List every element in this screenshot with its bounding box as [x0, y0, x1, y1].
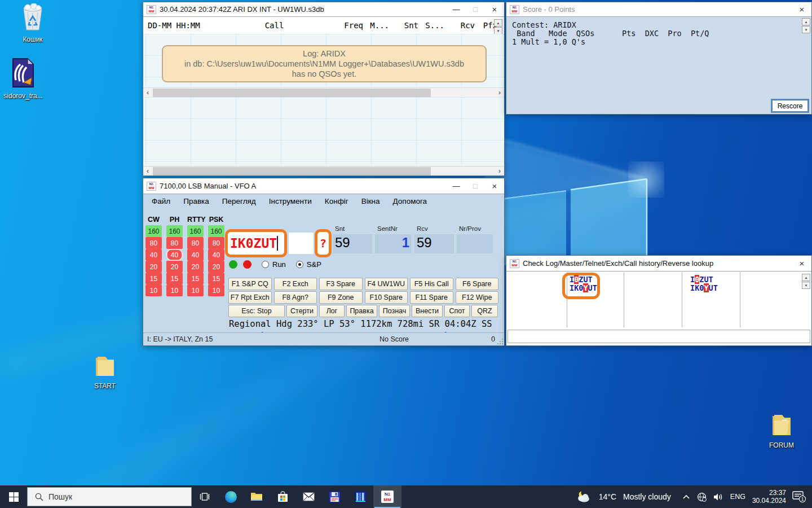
weather-description[interactable]: Mostly cloudy	[620, 485, 679, 508]
maximize-button[interactable]: □	[466, 179, 485, 193]
scroll-right-icon[interactable]: ›	[495, 89, 504, 97]
scroll-right-icon[interactable]: ›	[495, 167, 504, 175]
band-button-PH-15[interactable]: 15	[166, 273, 183, 284]
desktop-icon-sidorov-file[interactable]: sidorov_tra...	[2, 58, 45, 100]
close-button[interactable]: ×	[792, 2, 811, 16]
band-button-PH-80[interactable]: 80	[166, 237, 183, 249]
band-button-PSK-10[interactable]: 10	[208, 284, 224, 296]
function-key-button[interactable]: F9 Zone	[319, 291, 363, 304]
taskbar-n1mm-button[interactable]: N1MM	[373, 485, 401, 508]
band-button-RTTY-160[interactable]: 160	[187, 225, 204, 237]
band-button-CW-15[interactable]: 15	[145, 273, 162, 284]
taskbar-mail-button[interactable]	[295, 485, 321, 508]
check-callsign[interactable]: I0ZUT	[570, 275, 597, 284]
band-button-PSK-20[interactable]: 20	[208, 261, 224, 273]
function-key-button[interactable]: Esc: Stop	[228, 305, 285, 317]
band-button-CW-10[interactable]: 10	[145, 284, 162, 296]
minimize-button[interactable]: —	[447, 2, 466, 16]
band-button-PH-40[interactable]: 40	[166, 249, 183, 261]
function-key-button[interactable]: F11 Spare	[410, 291, 453, 304]
function-key-button[interactable]: F3 Spare	[319, 278, 363, 290]
function-key-button[interactable]: F1 S&P CQ	[228, 278, 272, 290]
band-button-CW-160[interactable]: 160	[145, 225, 162, 237]
log-column-header[interactable]: DD-MM HH:MM	[143, 21, 228, 30]
band-button-CW-80[interactable]: 80	[145, 237, 162, 249]
spin-down-icon[interactable]: ▼	[802, 282, 810, 289]
help-button[interactable]: ?	[315, 229, 332, 257]
band-button-RTTY-20[interactable]: 20	[187, 261, 204, 273]
menu-item[interactable]: Конфіг	[325, 197, 348, 205]
log-hscrollbar-upper[interactable]: ‹ ›	[143, 87, 504, 97]
function-key-button[interactable]: Познач	[379, 305, 410, 317]
log-column-header[interactable]: S...	[418, 21, 444, 30]
band-button-PSK-160[interactable]: 160	[208, 225, 224, 237]
weather-temperature[interactable]: 14°C	[595, 485, 620, 508]
check-window-titlebar[interactable]: N1MM Check Log/Master/Telnet/Exch/Call h…	[506, 256, 811, 271]
scroll-left-icon[interactable]: ‹	[143, 167, 152, 175]
menu-item[interactable]: Інструменти	[269, 197, 312, 205]
function-key-button[interactable]: F7 Rpt Exch	[228, 291, 272, 304]
log-column-header[interactable]: Call	[228, 21, 321, 30]
function-key-button[interactable]: F6 Spare	[456, 278, 499, 290]
sp-radio[interactable]	[296, 261, 303, 268]
search-input[interactable]: Пошук	[27, 487, 192, 506]
log-column-header[interactable]: M...	[363, 21, 389, 30]
weather-widget[interactable]	[573, 485, 595, 508]
entry-window-titlebar[interactable]: N1MM 7100,00 LSB Manual - VFO A — □ ×	[143, 178, 504, 194]
function-key-button[interactable]: Внести	[412, 305, 443, 317]
function-key-button[interactable]: QRZ	[471, 305, 498, 317]
callsign-input[interactable]: IK0ZUT	[225, 229, 287, 257]
band-button-RTTY-15[interactable]: 15	[187, 273, 204, 284]
log-column-header[interactable]: Freq	[321, 21, 363, 30]
desktop-icon-start-folder[interactable]: START	[83, 354, 126, 390]
log-column-header[interactable]: Rcv	[444, 21, 475, 30]
minimize-button[interactable]: —	[447, 179, 466, 193]
menu-item[interactable]: Вікна	[361, 197, 380, 205]
function-key-button[interactable]: F12 Wipe	[456, 291, 499, 304]
band-button-PH-20[interactable]: 20	[166, 261, 183, 273]
function-key-button[interactable]: F2 Exch	[274, 278, 317, 290]
start-button[interactable]	[0, 485, 27, 508]
tray-overflow-button[interactable]	[679, 485, 694, 508]
band-button-RTTY-40[interactable]: 40	[187, 249, 204, 261]
spin-up-icon[interactable]: ▲	[802, 18, 810, 25]
band-button-PSK-15[interactable]: 15	[208, 273, 224, 284]
network-button[interactable]	[694, 485, 710, 508]
desktop-icon-recycle-bin[interactable]: Кошик	[11, 3, 54, 43]
language-indicator[interactable]: ENG	[727, 485, 749, 508]
snt-field[interactable]: 59	[333, 234, 372, 253]
band-button-PH-160[interactable]: 160	[166, 225, 183, 237]
check-callsign[interactable]: IK0YUT	[690, 284, 718, 292]
close-button[interactable]: ×	[485, 179, 504, 193]
resize-grip[interactable]	[497, 339, 503, 344]
maximize-button[interactable]: □	[466, 2, 485, 16]
function-key-button[interactable]: F10 Spare	[365, 291, 408, 304]
function-key-button[interactable]: Правка	[346, 305, 377, 317]
nrprov-field[interactable]	[457, 234, 493, 253]
close-button[interactable]: ×	[792, 256, 811, 270]
menu-item[interactable]: Файл	[152, 197, 170, 205]
function-key-button[interactable]: F4 UW1WU	[365, 278, 408, 290]
function-key-button[interactable]: F8 Agn?	[274, 291, 317, 304]
taskbar-floppy-app-button[interactable]	[321, 485, 347, 508]
notification-center-button[interactable]: 1	[788, 485, 812, 508]
band-button-PSK-80[interactable]: 80	[208, 237, 224, 249]
band-button-PH-10[interactable]: 10	[166, 284, 183, 296]
band-button-RTTY-80[interactable]: 80	[187, 237, 204, 249]
taskbar-store-button[interactable]	[270, 485, 295, 508]
scrollbar-thumb[interactable]	[153, 167, 431, 176]
spin-down-icon[interactable]: ▼	[802, 26, 810, 33]
rescore-button[interactable]: Rescore	[772, 100, 808, 112]
clock-widget[interactable]: 23:37 30.04.2024	[749, 485, 788, 508]
spin-up-icon[interactable]: ▲	[494, 19, 502, 27]
check-callsign[interactable]: IK0YUT	[570, 284, 597, 292]
log-window-titlebar[interactable]: N1MM 30.04.2024 20:37:42Z ARI DX INT - U…	[143, 2, 504, 17]
scrollbar-thumb[interactable]	[153, 89, 431, 97]
band-button-PSK-40[interactable]: 40	[208, 249, 224, 261]
taskbar-explorer-button[interactable]	[244, 485, 270, 508]
band-button-RTTY-10[interactable]: 10	[187, 284, 204, 296]
function-key-button[interactable]: Лог	[319, 305, 345, 317]
check-callsign[interactable]: I0ZUT	[690, 275, 718, 284]
menu-item[interactable]: Перегляд	[222, 197, 256, 205]
spin-up-icon[interactable]: ▲	[802, 274, 810, 281]
